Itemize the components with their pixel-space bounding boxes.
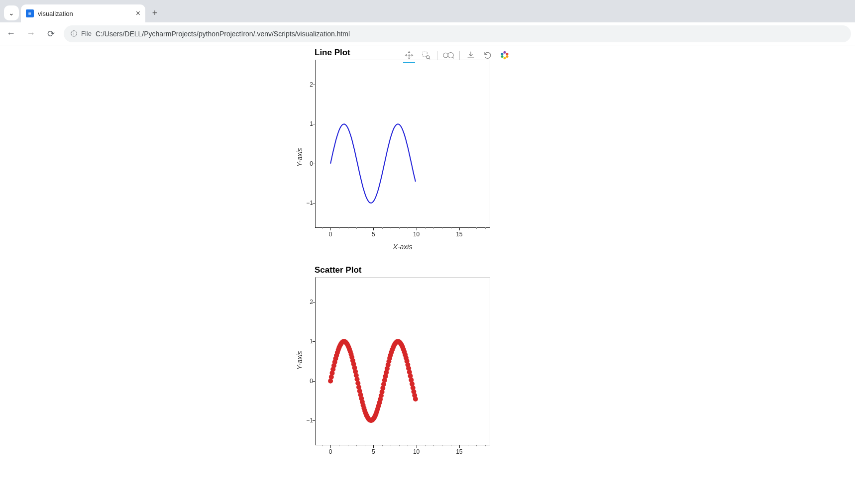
plus-icon: + [152,8,158,18]
x-tick-label: 10 [409,231,424,238]
y-tick-label: 1 [298,120,313,127]
plot-column: Line Plot Y-axis X-axis −1012051015 Scat… [286,48,500,445]
svg-point-111 [413,397,418,402]
plot-frame[interactable]: Y-axis X-axis −1012051015 [286,60,490,256]
tab-search-button[interactable]: ⌄ [4,5,19,20]
chevron-down-icon: ⌄ [8,9,14,17]
bokeh-logo-button[interactable] [499,49,511,61]
wheel-zoom-icon [443,51,454,60]
x-tick-label: 15 [452,448,467,455]
bokeh-logo-icon [500,50,510,60]
x-tick-label: 0 [323,448,338,455]
y-tick-label: 2 [298,81,313,88]
file-badge: File [81,30,92,37]
x-tick-label: 5 [366,231,381,238]
x-tick-label: 10 [409,448,424,455]
browser-tab[interactable]: ≡ visualization × [21,4,145,22]
y-tick-label: −1 [298,417,313,424]
reload-icon: ⟳ [47,28,55,39]
scatter-plot-svg [315,277,490,445]
address-bar[interactable]: ⓘ File C:/Users/DELL/PycharmProjects/pyt… [64,25,851,42]
reload-button[interactable]: ⟳ [44,27,58,41]
line-plot: Line Plot Y-axis X-axis −1012051015 [286,48,500,256]
pan-icon [405,51,414,60]
y-tick-label: 1 [298,338,313,345]
browser-toolbar: ← → ⟳ ⓘ File C:/Users/DELL/PycharmProjec… [0,22,855,45]
svg-point-7 [506,53,509,55]
svg-line-2 [429,58,430,59]
svg-point-6 [504,51,506,54]
x-tick-label: 5 [366,448,381,455]
toolbar-separator [437,51,437,60]
y-tick-label: 0 [298,160,313,167]
page-content: Line Plot Y-axis X-axis −1012051015 Scat… [0,45,855,504]
svg-rect-0 [423,52,427,56]
reset-icon [483,51,492,60]
svg-point-11 [501,53,504,55]
line-plot-svg [315,60,490,228]
info-icon[interactable]: ⓘ [71,29,77,38]
arrow-left-icon: ← [6,28,15,39]
x-tick-label: 0 [323,231,338,238]
plot-title: Scatter Plot [315,265,500,275]
favicon-icon: ≡ [26,9,34,17]
arrow-right-icon: → [26,28,35,39]
scatter-plot: Scatter Plot Y-axis −1012051015 [286,265,500,445]
url-text: C:/Users/DELL/PycharmProjects/pythonProj… [96,30,350,38]
back-button[interactable]: ← [4,27,18,41]
x-axis-label: X-axis [315,243,490,251]
browser-tab-strip: ⌄ ≡ visualization × + [0,0,855,22]
tab-title: visualization [38,10,132,17]
svg-point-8 [506,55,509,58]
svg-point-10 [501,55,504,58]
box-zoom-icon [422,51,430,60]
y-tick-label: 0 [298,378,313,385]
plot-frame[interactable]: Y-axis −1012051015 [286,277,490,445]
download-icon [466,51,475,60]
close-tab-button[interactable]: × [136,9,140,18]
y-tick-label: −1 [298,200,313,206]
y-tick-label: 2 [298,299,313,305]
toolbar-separator [459,51,460,60]
forward-button[interactable]: → [24,27,38,41]
svg-point-1 [427,56,429,59]
y-axis-label: Y-axis [296,351,304,370]
new-tab-button[interactable]: + [147,5,162,20]
svg-point-9 [504,57,506,59]
svg-point-3 [443,53,448,57]
x-tick-label: 15 [452,231,467,238]
